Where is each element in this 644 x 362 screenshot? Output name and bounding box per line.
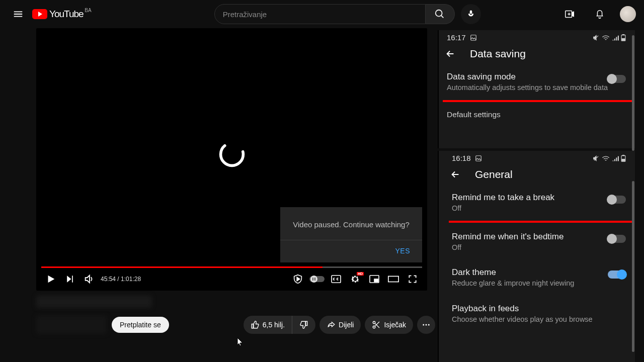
setting-subtitle: Reduce glare & improve night viewing (452, 279, 608, 289)
more-actions-button[interactable] (417, 316, 435, 334)
search-wrap: Pretraživanje (214, 4, 481, 24)
signal-icon (612, 155, 619, 162)
subscribe-button[interactable]: Pretplatite se (112, 317, 169, 333)
thumbs-up-icon (251, 320, 260, 329)
like-count: 6,5 hilj. (263, 321, 285, 329)
watch-column: Video paused. Continue watching? YES 45:… (36, 28, 435, 334)
current-time: 45:54 (101, 276, 116, 283)
setting-dark-theme[interactable]: Dark theme Reduce glare & improve night … (438, 258, 635, 295)
fullscreen-button[interactable] (403, 269, 422, 289)
drm-button[interactable] (288, 269, 307, 289)
scissors-icon (372, 320, 381, 329)
phone-general: 16:18 General Remind me to take a break … (438, 151, 635, 362)
svg-rect-10 (374, 279, 378, 282)
setting-title: Data saving mode (447, 72, 608, 82)
setting-data-saving-mode[interactable]: Data saving mode Automatically adjusts s… (438, 66, 635, 99)
paused-message: Video paused. Continue watching? (280, 207, 422, 240)
setting-title: Dark theme (452, 267, 608, 278)
clip-button[interactable]: Isječak (365, 316, 413, 334)
settings-button[interactable]: HD (346, 269, 365, 289)
miniplayer-button[interactable] (365, 269, 384, 289)
mute-icon (593, 34, 600, 41)
right-column: 16:17 Data saving Data saving mode Autom… (438, 30, 639, 357)
svg-rect-17 (470, 35, 476, 40)
dislike-button[interactable] (292, 316, 315, 334)
voice-search-button[interactable] (461, 4, 481, 24)
captions-button[interactable] (327, 269, 346, 289)
video-player[interactable]: Video paused. Continue watching? YES 45:… (36, 28, 427, 291)
toggle-data-saving[interactable] (608, 75, 626, 83)
search-icon (434, 9, 445, 20)
scroll-indicator[interactable] (632, 35, 634, 151)
thumbs-down-icon (299, 320, 308, 329)
toggle-bedtime[interactable] (608, 235, 626, 243)
svg-point-13 (373, 326, 376, 328)
hd-badge: HD (357, 272, 364, 276)
setting-title: Remind me when it's bedtime (452, 232, 608, 242)
share-label: Dijeli (339, 321, 354, 329)
setting-playback-feeds[interactable]: Playback in feeds Choose whether videos … (438, 295, 635, 331)
loading-spinner (218, 140, 246, 168)
topbar: YouTube BA Pretraživanje (0, 0, 644, 28)
image-icon (470, 34, 477, 41)
autoplay-toggle[interactable] (307, 269, 327, 289)
setting-subtitle: Off (452, 204, 608, 214)
phone-data-saving: 16:17 Data saving Data saving mode Autom… (438, 30, 635, 148)
next-button[interactable] (60, 269, 79, 289)
search-button[interactable] (426, 4, 455, 24)
like-button[interactable]: 6,5 hilj. (244, 316, 292, 334)
youtube-logo[interactable]: YouTube BA (32, 9, 84, 20)
play-icon (45, 274, 56, 285)
mic-icon (466, 10, 475, 19)
svg-point-5 (310, 276, 317, 283)
meta-row: Pretplatite se 6,5 hilj. Dijeli (36, 316, 435, 334)
setting-take-break[interactable]: Remind me to take a break Off (438, 187, 635, 220)
phone-header: Data saving (438, 43, 635, 66)
shield-icon (292, 274, 303, 285)
bell-icon (594, 9, 605, 20)
play-button[interactable] (41, 269, 60, 289)
statusbar: 16:18 (438, 151, 635, 163)
volume-button[interactable] (79, 269, 99, 289)
back-icon[interactable] (450, 169, 461, 180)
share-button[interactable]: Dijeli (319, 316, 361, 334)
setting-subtitle: Automatically adjusts settings to save m… (447, 83, 608, 93)
setting-bedtime[interactable]: Remind me when it's bedtime Off (438, 223, 635, 259)
svg-rect-21 (475, 155, 481, 161)
svg-point-3 (220, 143, 243, 165)
setting-subtitle: Off (452, 243, 608, 253)
logo-text: YouTube (49, 9, 84, 20)
section-default-settings: Default settings (438, 102, 635, 122)
svg-rect-24 (622, 159, 625, 161)
scroll-indicator[interactable] (632, 181, 634, 352)
create-button[interactable] (559, 4, 580, 24)
search-input[interactable]: Pretraživanje (214, 4, 426, 24)
duration: 1:01:28 (121, 276, 141, 283)
hamburger-menu[interactable] (8, 4, 28, 24)
screen-title: General (475, 168, 513, 180)
svg-rect-8 (332, 276, 341, 283)
clip-label: Isječak (384, 321, 406, 329)
toggle-break[interactable] (608, 196, 626, 204)
mouse-cursor (237, 337, 244, 346)
volume-icon (84, 274, 95, 285)
setting-title: Playback in feeds (452, 304, 626, 314)
back-icon[interactable] (445, 48, 456, 59)
svg-rect-7 (314, 278, 315, 281)
like-dislike-group: 6,5 hilj. (244, 316, 315, 334)
paused-actions: YES (280, 240, 422, 262)
video-title-redacted (36, 296, 152, 308)
svg-point-16 (428, 324, 430, 326)
fullscreen-icon (408, 274, 418, 284)
svg-rect-6 (312, 278, 313, 281)
continue-yes-button[interactable]: YES (395, 247, 410, 255)
toggle-dark-theme[interactable] (608, 270, 626, 279)
share-icon (327, 320, 336, 329)
notifications-button[interactable] (590, 4, 610, 24)
battery-icon (621, 155, 626, 162)
svg-point-12 (373, 321, 376, 324)
more-icon (422, 320, 431, 329)
avatar[interactable] (620, 6, 636, 22)
autoplay-icon (309, 275, 325, 283)
theater-button[interactable] (384, 269, 403, 289)
